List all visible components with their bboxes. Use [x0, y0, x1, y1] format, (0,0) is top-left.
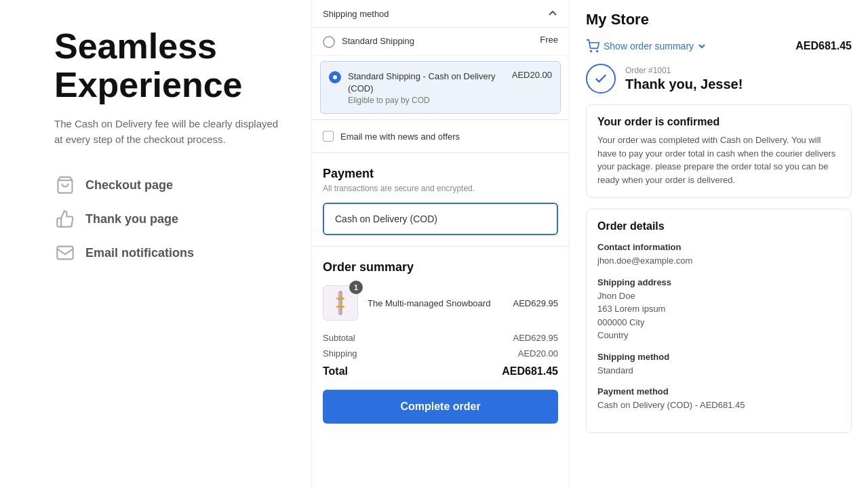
contact-section: Contact information jhon.doe@example.com	[597, 242, 840, 268]
summary-subtotal-row: Subtotal AED629.95	[323, 333, 558, 343]
chevron-up-icon	[547, 8, 558, 19]
subtotal-value: AED629.95	[513, 333, 559, 343]
thank-you-text: Thank you, Jesse!	[625, 77, 743, 92]
right-panel: My Store Show order summary AED681.45 Or…	[570, 0, 868, 488]
order-summary-title: Order summary	[323, 260, 558, 274]
product-row: 1 The Multi-managed Snowboard AED629.95	[323, 285, 558, 321]
email-checkbox[interactable]	[323, 131, 334, 142]
shipping-option-standard[interactable]: Standard Shipping Free	[312, 28, 569, 56]
complete-order-button[interactable]: Complete order	[323, 390, 558, 424]
shipping-method-label: Shipping method	[597, 352, 840, 362]
email-icon	[54, 242, 76, 264]
confirmed-box: Your order is confirmed Your order was c…	[586, 104, 852, 198]
shipping-address-section: Shipping address Jhon Doe 163 Lorem ipsu…	[597, 277, 840, 342]
option-cod-name: Standard Shipping - Cash on Delivery (CO…	[348, 71, 496, 94]
summary-bar-amount: AED681.45	[795, 40, 852, 52]
headline: Seamless Experience	[54, 27, 284, 104]
show-summary-label: Show order summary	[604, 41, 694, 52]
svg-point-7	[591, 51, 592, 52]
feature-checkout: Checkout page	[54, 174, 284, 196]
payment-title: Payment	[323, 167, 558, 181]
svg-point-8	[597, 51, 598, 52]
payment-method-label: Payment method	[597, 386, 840, 396]
feature-list: Checkout page Thank you page Email notif…	[54, 174, 284, 264]
option-cod-sub: Eligible to pay by COD	[348, 96, 505, 105]
thumbsup-icon	[54, 208, 76, 230]
svg-rect-1	[57, 247, 73, 260]
email-checkbox-label: Email me with news and offers	[340, 131, 460, 142]
svg-rect-3	[340, 292, 341, 314]
option-standard-price: Free	[540, 35, 558, 45]
order-details-box: Order details Contact information jhon.d…	[586, 209, 852, 433]
svg-rect-5	[336, 298, 344, 300]
radio-cod[interactable]	[329, 71, 341, 83]
feature-email-label: Email notifications	[85, 246, 194, 260]
shipping-option-cod[interactable]: Standard Shipping - Cash on Delivery (CO…	[320, 61, 561, 114]
product-name: The Multi-managed Snowboard	[368, 298, 504, 308]
show-summary-link[interactable]: Show order summary	[586, 39, 706, 53]
contact-value: jhon.doe@example.com	[597, 254, 840, 268]
shipping-address-label: Shipping address	[597, 277, 840, 287]
left-panel: Seamless Experience The Cash on Delivery…	[0, 0, 312, 488]
checkmark-circle	[586, 64, 616, 94]
product-image-wrap: 1	[323, 285, 358, 321]
email-checkbox-row[interactable]: Email me with news and offers	[323, 131, 558, 142]
option-standard-name: Standard Shipping	[342, 36, 414, 46]
payment-subtitle: All transactions are secure and encrypte…	[323, 184, 558, 193]
summary-shipping-row: Shipping AED20.00	[323, 348, 558, 359]
payment-method-section: Payment method Cash on Delivery (COD) - …	[597, 386, 840, 412]
shipping-section: Shipping method Standard Shipping Free S…	[312, 0, 569, 120]
feature-email: Email notifications	[54, 242, 284, 264]
feature-checkout-label: Checkout page	[85, 178, 173, 192]
cart-icon	[54, 174, 76, 196]
shipping-method-section: Shipping method Standard	[597, 352, 840, 378]
confirmed-title: Your order is confirmed	[597, 116, 840, 128]
shipping-header-label: Shipping method	[323, 9, 389, 19]
middle-panel: Shipping method Standard Shipping Free S…	[312, 0, 570, 488]
product-quantity-badge: 1	[349, 281, 363, 294]
shipping-header: Shipping method	[312, 0, 569, 28]
snowboard-svg	[330, 289, 351, 317]
feature-thankyou-label: Thank you page	[85, 212, 178, 226]
payment-section: Payment All transactions are secure and …	[312, 153, 569, 247]
option-cod-price: AED20.00	[512, 70, 552, 80]
chevron-down-icon	[698, 42, 706, 50]
option-cod-details: Standard Shipping - Cash on Delivery (CO…	[348, 70, 505, 105]
svg-rect-6	[336, 306, 344, 308]
payment-method-value: Cash on Delivery (COD) - AED681.45	[597, 399, 840, 412]
email-section: Email me with news and offers	[312, 120, 569, 153]
order-details-title: Order details	[597, 220, 840, 232]
order-number: Order #1001	[625, 66, 743, 75]
checkmark-icon	[593, 71, 608, 86]
store-name: My Store	[586, 11, 852, 28]
thank-you-card: Order #1001 Thank you, Jesse!	[586, 64, 852, 94]
svg-rect-4	[340, 292, 342, 314]
shipping-label: Shipping	[323, 348, 357, 359]
summary-total-row: Total AED681.45	[323, 365, 558, 378]
feature-thankyou: Thank you page	[54, 208, 284, 230]
confirmed-text: Your order was completed with Cash on De…	[597, 134, 840, 186]
total-label: Total	[323, 365, 348, 378]
shipping-method-value: Standard	[597, 364, 840, 378]
total-value: AED681.45	[502, 365, 558, 378]
contact-label: Contact information	[597, 242, 840, 252]
radio-standard[interactable]	[323, 36, 335, 48]
shipping-address-value: Jhon Doe 163 Lorem ipsum 000000 City Cou…	[597, 289, 840, 342]
payment-method-box: Cash on Delivery (COD)	[323, 203, 558, 235]
option-standard-details: Standard Shipping	[342, 35, 533, 47]
order-summary-bar: Show order summary AED681.45	[586, 39, 852, 53]
cart-summary-icon	[586, 39, 599, 53]
thank-you-content: Order #1001 Thank you, Jesse!	[625, 66, 743, 92]
description: The Cash on Delivery fee will be clearly…	[54, 117, 284, 147]
shipping-value: AED20.00	[518, 348, 558, 359]
subtotal-label: Subtotal	[323, 333, 355, 343]
order-summary-section: Order summary 1 The Multi-managed Snowbo…	[312, 247, 569, 434]
product-price: AED629.95	[513, 298, 559, 308]
